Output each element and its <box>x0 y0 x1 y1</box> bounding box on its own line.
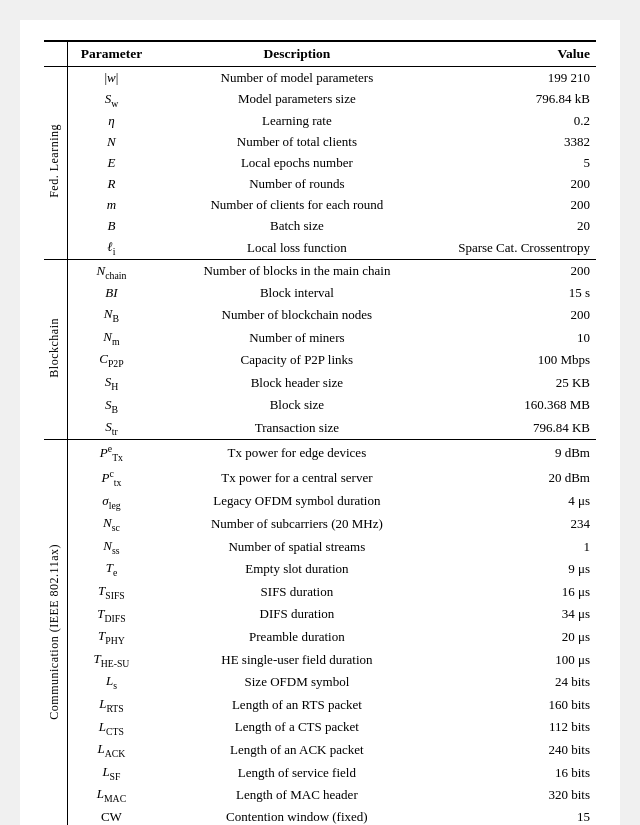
header-parameter: Parameter <box>67 41 154 67</box>
param-value: 15 <box>439 807 596 826</box>
param-symbol: m <box>67 195 154 216</box>
param-value: 5 <box>439 153 596 174</box>
param-value: 796.84 kB <box>439 88 596 111</box>
param-symbol: SB <box>67 394 154 417</box>
param-value: 200 <box>439 304 596 327</box>
param-value: 16 μs <box>439 581 596 604</box>
param-description: Preamble duration <box>155 626 439 649</box>
param-description: Number of blockchain nodes <box>155 304 439 327</box>
param-value: 4 μs <box>439 490 596 513</box>
section-label-text-1: Blockchain <box>44 314 65 382</box>
param-description: Empty slot duration <box>155 558 439 581</box>
param-value: 199 210 <box>439 67 596 89</box>
param-symbol: TPHY <box>67 626 154 649</box>
param-symbol: R <box>67 174 154 195</box>
section-label-text-0: Fed. Learning <box>44 120 65 202</box>
param-value: Sparse Cat. Crossentropy <box>439 237 596 260</box>
param-value: 20 μs <box>439 626 596 649</box>
param-value: 200 <box>439 174 596 195</box>
param-description: Number of subcarriers (20 MHz) <box>155 513 439 536</box>
param-symbol: Sw <box>67 88 154 111</box>
param-symbol: Nss <box>67 535 154 558</box>
param-description: Block header size <box>155 372 439 395</box>
param-description: Number of blocks in the main chain <box>155 260 439 283</box>
parameters-table: Parameter Description Value Fed. Learnin… <box>44 40 596 825</box>
param-description: Contention window (fixed) <box>155 807 439 826</box>
param-value: 100 μs <box>439 648 596 671</box>
param-value: 3382 <box>439 132 596 153</box>
param-symbol: LRTS <box>67 694 154 717</box>
param-symbol: TDIFS <box>67 603 154 626</box>
param-description: Transaction size <box>155 417 439 440</box>
param-symbol: THE-SU <box>67 648 154 671</box>
param-description: Local loss function <box>155 237 439 260</box>
param-description: Length of MAC header <box>155 784 439 807</box>
param-value: 24 bits <box>439 671 596 694</box>
param-value: 100 Mbps <box>439 349 596 372</box>
param-value: 15 s <box>439 283 596 304</box>
param-value: 9 dBm <box>439 440 596 465</box>
param-description: Number of rounds <box>155 174 439 195</box>
param-symbol: TSIFS <box>67 581 154 604</box>
param-symbol: Nm <box>67 326 154 349</box>
param-description: Length of an ACK packet <box>155 739 439 762</box>
param-value: 234 <box>439 513 596 536</box>
param-symbol: NB <box>67 304 154 327</box>
param-symbol: LCTS <box>67 716 154 739</box>
param-value: 796.84 KB <box>439 417 596 440</box>
param-description: Number of miners <box>155 326 439 349</box>
param-description: Number of clients for each round <box>155 195 439 216</box>
param-description: Size OFDM symbol <box>155 671 439 694</box>
param-value: 16 bits <box>439 761 596 784</box>
param-description: Tx power for a central server <box>155 465 439 490</box>
param-description: Tx power for edge devices <box>155 440 439 465</box>
param-value: 20 dBm <box>439 465 596 490</box>
param-symbol: Str <box>67 417 154 440</box>
param-description: SIFS duration <box>155 581 439 604</box>
param-description: Block interval <box>155 283 439 304</box>
param-description: Model parameters size <box>155 88 439 111</box>
param-value: 320 bits <box>439 784 596 807</box>
section-label-2: Communication (IEEE 802.11ax) <box>44 440 67 825</box>
header-description: Description <box>155 41 439 67</box>
param-symbol: B <box>67 216 154 237</box>
param-symbol: LACK <box>67 739 154 762</box>
param-symbol: LSF <box>67 761 154 784</box>
param-description: Block size <box>155 394 439 417</box>
section-label-text-2: Communication (IEEE 802.11ax) <box>44 540 65 724</box>
param-symbol: BI <box>67 283 154 304</box>
param-symbol: σleg <box>67 490 154 513</box>
header-empty <box>44 41 67 67</box>
param-symbol: ℓi <box>67 237 154 260</box>
param-symbol: PeTx <box>67 440 154 465</box>
param-symbol: Nsc <box>67 513 154 536</box>
param-value: 200 <box>439 195 596 216</box>
param-symbol: Ls <box>67 671 154 694</box>
section-label-1: Blockchain <box>44 260 67 440</box>
param-symbol: η <box>67 111 154 132</box>
param-symbol: Te <box>67 558 154 581</box>
param-value: 240 bits <box>439 739 596 762</box>
param-description: Number of model parameters <box>155 67 439 89</box>
param-description: Legacy OFDM symbol duration <box>155 490 439 513</box>
section-label-0: Fed. Learning <box>44 67 67 260</box>
param-symbol: Nchain <box>67 260 154 283</box>
param-symbol: SH <box>67 372 154 395</box>
param-description: Learning rate <box>155 111 439 132</box>
param-value: 1 <box>439 535 596 558</box>
param-value: 160 bits <box>439 694 596 717</box>
param-symbol: E <box>67 153 154 174</box>
param-value: 25 KB <box>439 372 596 395</box>
param-value: 20 <box>439 216 596 237</box>
param-value: 10 <box>439 326 596 349</box>
param-value: 160.368 MB <box>439 394 596 417</box>
param-value: 0.2 <box>439 111 596 132</box>
param-description: Capacity of P2P links <box>155 349 439 372</box>
param-value: 200 <box>439 260 596 283</box>
param-description: Length of a CTS packet <box>155 716 439 739</box>
header-value: Value <box>439 41 596 67</box>
param-symbol: Pctx <box>67 465 154 490</box>
param-description: DIFS duration <box>155 603 439 626</box>
param-value: 34 μs <box>439 603 596 626</box>
param-symbol: CW <box>67 807 154 826</box>
